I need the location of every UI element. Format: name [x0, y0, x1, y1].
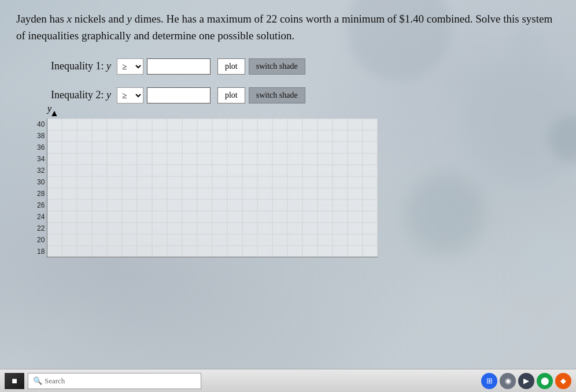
problem-text: Jayden has x nickels and y dimes. He has… [16, 10, 560, 45]
taskbar-icon-3[interactable]: ▶ [518, 373, 534, 389]
start-icon: ■ [12, 376, 17, 386]
search-placeholder: Search [45, 376, 65, 386]
taskbar-icon-3-glyph: ▶ [523, 376, 529, 386]
y-axis-labels: 40 38 36 34 32 30 28 26 24 22 20 18 [37, 119, 47, 257]
taskbar: ■ 🔍 Search ⊞ ◉ ▶ ⬤ ◆ [0, 369, 576, 392]
y-label-24: 24 [37, 211, 45, 223]
inequality1-select[interactable]: ≥ ≤ > < [117, 58, 143, 75]
inequality2-switch-shade-button[interactable]: switch shade [249, 87, 305, 103]
inequalities-section: Inequality 1: y ≥ ≤ > < plot switch shad… [16, 58, 560, 103]
y-label-28: 28 [37, 188, 45, 199]
taskbar-icon-1[interactable]: ⊞ [481, 373, 497, 389]
inequality2-select[interactable]: ≥ ≤ > < [117, 87, 143, 103]
y-label-40: 40 [37, 119, 45, 130]
inequality1-switch-shade-button[interactable]: switch shade [249, 58, 305, 75]
taskbar-icon-4-glyph: ⬤ [541, 376, 549, 386]
taskbar-icon-2[interactable]: ◉ [500, 373, 516, 389]
taskbar-search[interactable]: 🔍 Search [28, 373, 201, 389]
y-label-26: 26 [37, 199, 45, 211]
inequality2-input[interactable] [147, 87, 211, 103]
y-label-34: 34 [37, 153, 45, 165]
grid-svg [47, 119, 378, 257]
inequality2-row: Inequality 2: y ≥ ≤ > < plot switch shad… [51, 87, 560, 103]
inequality1-row: Inequality 1: y ≥ ≤ > < plot switch shad… [51, 58, 560, 75]
inequality2-label: Inequality 2: y [51, 89, 111, 101]
main-content: Jayden has x nickels and y dimes. He has… [0, 0, 576, 392]
graph-section: y ▲ 40 38 36 34 32 30 28 26 24 22 20 18 [16, 116, 560, 257]
inequality2-plot-button[interactable]: plot [217, 87, 245, 103]
search-icon: 🔍 [33, 376, 42, 386]
y-label-18: 18 [37, 246, 45, 257]
y-label-32: 32 [37, 165, 45, 176]
inequality1-input[interactable] [147, 58, 211, 75]
taskbar-icon-5[interactable]: ◆ [555, 373, 571, 389]
graph-canvas: y ▲ 40 38 36 34 32 30 28 26 24 22 20 18 [37, 116, 560, 257]
graph-grid [47, 119, 378, 257]
y-label-38: 38 [37, 130, 45, 142]
y-label-20: 20 [37, 234, 45, 246]
taskbar-system-icons: ⊞ ◉ ▶ ⬤ ◆ [481, 373, 571, 389]
y-label-30: 30 [37, 176, 45, 188]
start-button[interactable]: ■ [5, 373, 24, 389]
y-label-22: 22 [37, 223, 45, 234]
y-axis-arrow: ▲ [50, 108, 59, 119]
taskbar-icon-4[interactable]: ⬤ [537, 373, 553, 389]
taskbar-icon-1-glyph: ⊞ [486, 376, 493, 386]
taskbar-icon-2-glyph: ◉ [505, 376, 511, 386]
taskbar-icon-5-glyph: ◆ [560, 376, 566, 386]
inequality1-label: Inequality 1: y [51, 60, 111, 72]
y-label-36: 36 [37, 142, 45, 153]
inequality1-plot-button[interactable]: plot [217, 58, 245, 75]
